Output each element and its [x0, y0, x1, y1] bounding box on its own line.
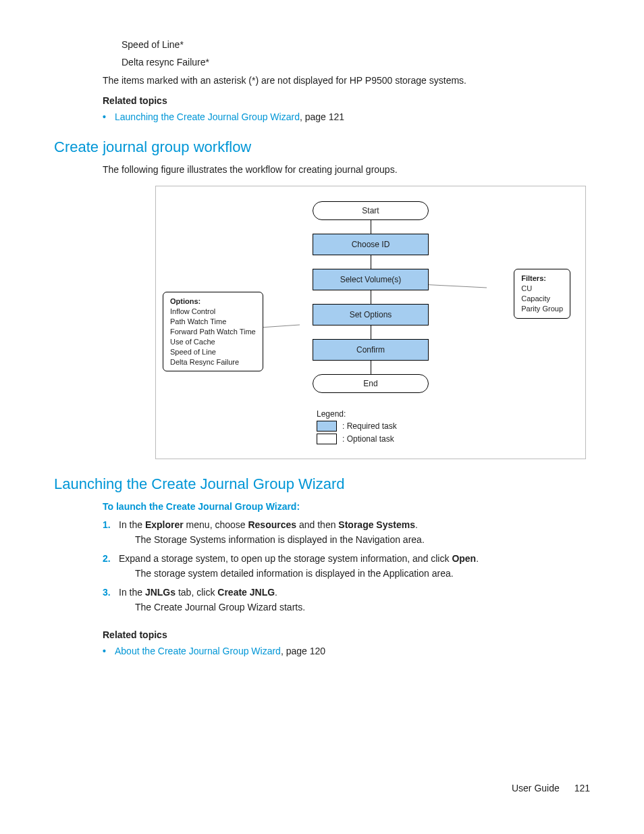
launching-wizard-link[interactable]: Launching the Create Journal Group Wizar…: [115, 111, 300, 122]
top-line-1: Speed of Line*: [122, 38, 590, 51]
options-line: Use of Cache: [170, 337, 256, 347]
step-number: 2.: [103, 553, 119, 564]
diagram-start-node: Start: [313, 201, 429, 220]
filters-callout-box: Filters: CU Capacity Parity Group: [514, 269, 570, 318]
step-text: Expand a storage system, to open up the …: [119, 553, 479, 580]
diagram-confirm-node: Confirm: [313, 339, 429, 361]
diagram-legend: Legend: : Required task : Optional task: [317, 409, 573, 444]
step-sub-text: The storage system detailed information …: [135, 567, 479, 580]
step-row: 2. Expand a storage system, to open up t…: [103, 553, 590, 580]
filters-line: CU: [521, 284, 563, 294]
diagram-end-node: End: [313, 374, 429, 393]
diagram-connector: [371, 290, 371, 304]
asterisk-note: The items marked with an asterisk (*) ar…: [103, 74, 590, 87]
options-line: Speed of Line: [170, 347, 256, 357]
launching-section-title: Launching the Create Journal Group Wizar…: [54, 475, 590, 493]
legend-required-row: : Required task: [317, 421, 573, 432]
legend-optional-row: : Optional task: [317, 434, 573, 444]
workflow-diagram: Start Choose ID Select Volume(s) Set Opt…: [155, 186, 586, 459]
legend-optional-swatch: [317, 434, 337, 444]
options-title: Options:: [170, 296, 256, 307]
bullet-icon: •: [103, 111, 115, 122]
step-text: In the Explorer menu, choose Resources a…: [119, 519, 425, 546]
step-number: 3.: [103, 587, 119, 598]
workflow-intro: The following figure illustrates the wor…: [103, 163, 590, 176]
diagram-connector: [371, 255, 371, 269]
legend-label: Legend:: [317, 409, 573, 419]
workflow-section-title: Create journal group workflow: [54, 138, 590, 156]
diagram-choose-id-node: Choose ID: [313, 234, 429, 255]
step-sub-text: The Storage Systems information is displ…: [135, 533, 425, 546]
filters-line: Parity Group: [521, 304, 563, 314]
related-page-ref-1: , page 121: [300, 111, 344, 122]
related-page-ref-2: , page 120: [281, 646, 325, 656]
related-topic-item: • About the Create Journal Group Wizard,…: [103, 646, 590, 656]
top-line-2: Delta resync Failure*: [122, 55, 590, 69]
legend-required-text: : Required task: [342, 421, 397, 431]
options-line: Inflow Control: [170, 307, 256, 317]
diagram-set-options-node: Set Options: [313, 304, 429, 325]
diagram-select-volumes-node: Select Volume(s): [313, 269, 429, 290]
options-callout-box: Options: Inflow Control Path Watch Time …: [163, 292, 263, 371]
launch-subhead: To launch the Create Journal Group Wizar…: [103, 500, 590, 513]
related-topics-heading-2: Related topics: [103, 628, 590, 642]
options-line: Forward Path Watch Time: [170, 327, 256, 337]
options-line: Path Watch Time: [170, 317, 256, 327]
footer-page-number: 121: [574, 783, 590, 793]
filters-line: Capacity: [521, 294, 563, 304]
diagram-connector: [371, 220, 371, 234]
diagram-connector: [371, 361, 371, 374]
step-number: 1.: [103, 519, 119, 530]
page-footer: User Guide 121: [512, 783, 590, 793]
step-text: In the JNLGs tab, click Create JNLG. The…: [119, 587, 305, 614]
step-row: 1. In the Explorer menu, choose Resource…: [103, 519, 590, 546]
footer-label: User Guide: [512, 783, 560, 793]
bullet-icon: •: [103, 646, 115, 656]
legend-optional-text: : Optional task: [342, 434, 394, 444]
related-topic-item: • Launching the Create Journal Group Wiz…: [103, 111, 590, 122]
filters-title: Filters:: [521, 273, 563, 284]
step-row: 3. In the JNLGs tab, click Create JNLG. …: [103, 587, 590, 614]
legend-required-swatch: [317, 421, 337, 432]
related-topics-heading-1: Related topics: [103, 94, 590, 107]
step-sub-text: The Create Journal Group Wizard starts.: [135, 600, 305, 614]
options-line: Delta Resync Failure: [170, 357, 256, 367]
diagram-connector: [371, 325, 371, 339]
about-wizard-link[interactable]: About the Create Journal Group Wizard: [115, 646, 281, 656]
